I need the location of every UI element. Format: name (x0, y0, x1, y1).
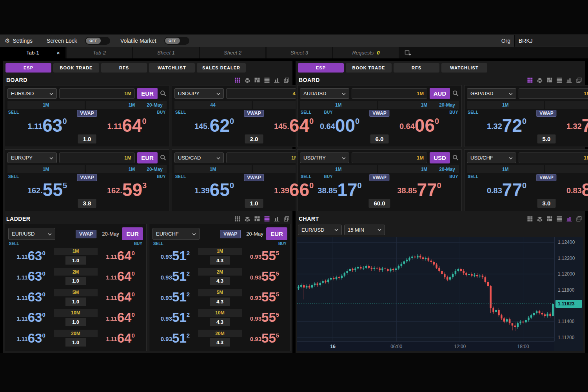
currency-button[interactable]: EUR (122, 227, 143, 240)
vwap-badge[interactable]: VWAP (369, 174, 389, 181)
pair-select[interactable]: USD/JPY (174, 88, 224, 99)
sell-price[interactable]: 1.32720 (467, 118, 546, 133)
grid-icon[interactable] (235, 78, 240, 83)
rows-icon[interactable] (557, 78, 562, 83)
tab-sheet-2[interactable]: Sheet 2 (200, 47, 265, 58)
buy-price[interactable]: 0.64060 (379, 118, 459, 133)
layout-icon[interactable] (254, 216, 260, 221)
chart-interval-select[interactable]: 15 MIN (344, 225, 385, 235)
sell-price[interactable]: 1.11630 (8, 251, 54, 261)
sell-price[interactable]: 0.93512 (152, 271, 198, 281)
buy-price[interactable]: 1.11640 (98, 271, 143, 281)
windows-icon[interactable] (576, 78, 582, 83)
sell-price[interactable]: 0.93512 (152, 312, 198, 323)
amount-input[interactable] (59, 88, 135, 99)
magnifier-icon[interactable] (160, 154, 167, 161)
screen-lock-toggle[interactable]: OFF (85, 37, 110, 45)
sell-price[interactable]: 0.83770 (467, 183, 546, 197)
amount-input[interactable] (226, 88, 302, 99)
buy-price[interactable]: 38.85770 (379, 183, 459, 197)
pair-select[interactable]: USD/CHF (467, 152, 516, 163)
sell-price[interactable]: 1.11630 (8, 292, 54, 302)
windows-icon[interactable] (284, 78, 289, 83)
magnifier-icon[interactable] (452, 154, 459, 161)
vwap-badge[interactable]: VWAP (369, 110, 389, 117)
vwap-badge[interactable]: VWAP (76, 230, 96, 238)
tab-sheet-1[interactable]: Sheet 1 (133, 47, 199, 58)
buy-price[interactable]: 0.93555 (242, 251, 287, 261)
currency-button[interactable]: EUR (137, 152, 158, 163)
buy-price[interactable]: 0.93555 (242, 271, 287, 281)
sell-price[interactable]: 162.555 (7, 183, 87, 197)
rows-icon[interactable] (264, 216, 270, 221)
pair-select[interactable]: USD/TRY (300, 152, 349, 163)
magnifier-icon[interactable] (160, 90, 167, 97)
pair-select[interactable]: EUR/USD (7, 88, 57, 99)
amount-input[interactable] (59, 152, 135, 163)
pair-select[interactable]: USD/CAD (174, 152, 224, 163)
vwap-badge[interactable]: VWAP (220, 230, 241, 238)
sell-price[interactable]: 145.620 (174, 118, 254, 133)
rows-icon[interactable] (264, 78, 270, 83)
pair-select[interactable]: EUR/JPY (7, 152, 57, 163)
chart-pair-select[interactable]: EUR/USD (298, 225, 342, 235)
sell-price[interactable]: 0.93512 (152, 292, 198, 302)
module-tab-book-trade[interactable]: BOOK TRADE (346, 63, 392, 73)
tab-tab-2[interactable]: Tab-2 (67, 47, 132, 58)
org-input[interactable] (514, 35, 588, 47)
layout-icon[interactable] (254, 78, 260, 83)
layout-icon[interactable] (547, 216, 552, 221)
buy-price[interactable]: 1.11640 (87, 118, 167, 133)
module-tab-watchlist[interactable]: WATCHLIST (149, 63, 195, 73)
chart-plot[interactable] (297, 237, 554, 341)
module-tab-watchlist[interactable]: WATCHLIST (441, 63, 487, 73)
windows-icon[interactable] (576, 216, 582, 221)
bar-chart-icon[interactable] (566, 216, 572, 221)
currency-button[interactable]: AUD (430, 88, 450, 99)
windows-icon[interactable] (284, 216, 289, 221)
sell-price[interactable]: 1.11630 (8, 333, 54, 343)
buy-price[interactable]: 162.593 (87, 183, 167, 197)
buy-price[interactable]: 0.93555 (242, 312, 287, 323)
currency-button[interactable]: EUR (137, 88, 158, 99)
pair-select[interactable]: GBP/USD (467, 88, 516, 99)
grid-icon[interactable] (527, 78, 533, 83)
buy-price[interactable]: 0.93555 (242, 292, 287, 302)
sell-price[interactable]: 1.11630 (8, 312, 54, 323)
sell-price[interactable]: 0.93512 (152, 333, 198, 343)
tab-requests[interactable]: Requests0 (333, 47, 399, 58)
bar-chart-icon[interactable] (274, 216, 279, 221)
sell-price[interactable]: 38.85170 (300, 183, 379, 197)
module-tab-rfs[interactable]: RFS (394, 63, 439, 73)
tab-tab-1[interactable]: Tab-1× (0, 47, 65, 58)
vwap-badge[interactable]: VWAP (536, 110, 556, 117)
vwap-badge[interactable]: VWAP (536, 174, 556, 181)
bar-chart-icon[interactable] (274, 78, 279, 83)
buy-price[interactable]: 1.11640 (98, 333, 143, 343)
buy-price[interactable]: 0.93555 (242, 333, 287, 343)
tab-sheet-3[interactable]: Sheet 3 (267, 47, 332, 58)
buy-price[interactable]: 1.11640 (98, 292, 143, 302)
vwap-badge[interactable]: VWAP (244, 174, 264, 181)
buy-price[interactable]: 0.83800 (546, 183, 588, 197)
candlestick-chart[interactable]: 1.124001.122001.120001.118001.114001.112… (297, 237, 583, 351)
vwap-badge[interactable]: VWAP (244, 110, 264, 117)
amount-input[interactable] (519, 88, 588, 99)
layout-icon[interactable] (547, 78, 552, 83)
gear-icon[interactable]: ⚙ (5, 37, 10, 44)
module-tab-esp[interactable]: ESP (5, 63, 51, 73)
sell-price[interactable]: 1.11630 (7, 118, 87, 133)
sell-price[interactable]: 0.93512 (152, 251, 198, 261)
amount-input[interactable] (352, 152, 427, 163)
buy-price[interactable]: 1.11640 (98, 312, 143, 323)
sell-price[interactable]: 1.11630 (8, 271, 54, 281)
currency-button[interactable]: EUR (266, 227, 287, 240)
volatile-market-toggle[interactable]: OFF (164, 37, 189, 45)
bar-chart-icon[interactable] (566, 78, 572, 83)
layers-icon[interactable] (245, 216, 250, 221)
module-tab-book-trade[interactable]: BOOK TRADE (53, 63, 99, 73)
layers-icon[interactable] (537, 78, 543, 83)
vwap-badge[interactable]: VWAP (77, 174, 97, 181)
new-tab-button[interactable] (400, 47, 416, 58)
module-tab-sales-dealer[interactable]: SALES DEALER (197, 63, 246, 73)
